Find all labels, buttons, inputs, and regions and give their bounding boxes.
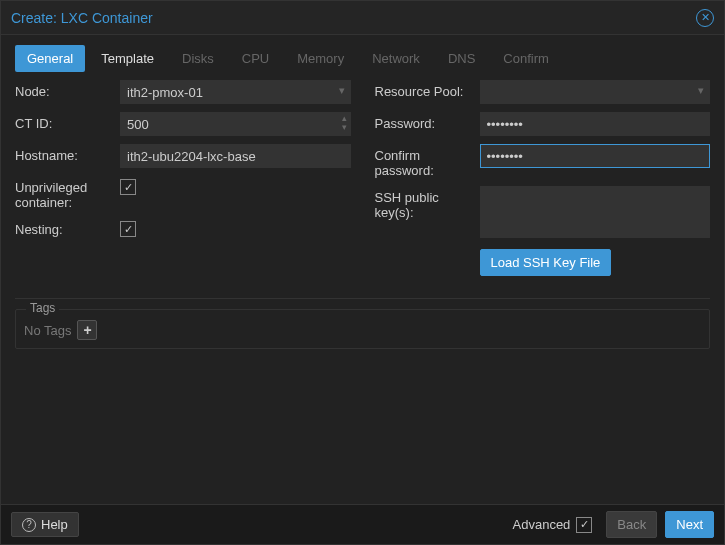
titlebar: Create: LXC Container ✕	[1, 1, 724, 35]
tab-confirm: Confirm	[491, 45, 561, 72]
field-ssh-keys: SSH public key(s):	[375, 186, 711, 241]
dialog-footer: ? Help Advanced ✓ Back Next	[1, 504, 724, 544]
tab-template[interactable]: Template	[89, 45, 166, 72]
tab-dns: DNS	[436, 45, 487, 72]
hostname-label: Hostname:	[15, 144, 120, 163]
tab-strip: General Template Disks CPU Memory Networ…	[1, 35, 724, 80]
help-button[interactable]: ? Help	[11, 512, 79, 537]
node-select[interactable]	[120, 80, 351, 104]
tags-body: No Tags +	[24, 320, 701, 340]
load-ssh-key-button[interactable]: Load SSH Key File	[480, 249, 612, 276]
field-load-ssh: Load SSH Key File	[375, 249, 711, 276]
dialog-window: Create: LXC Container ✕ General Template…	[0, 0, 725, 545]
node-label: Node:	[15, 80, 120, 99]
field-confirm-password: Confirm password:	[375, 144, 711, 178]
unprivileged-checkbox[interactable]: ✓	[120, 179, 136, 195]
advanced-checkbox[interactable]: ✓	[576, 517, 592, 533]
nesting-checkbox[interactable]: ✓	[120, 221, 136, 237]
password-input[interactable]	[480, 112, 711, 136]
right-column: Resource Pool: ▾ Password: Con	[375, 80, 711, 284]
tab-memory: Memory	[285, 45, 356, 72]
form-columns: Node: ▾ CT ID: ▴▾	[15, 80, 710, 284]
help-label: Help	[41, 517, 68, 532]
tab-general[interactable]: General	[15, 45, 85, 72]
field-password: Password:	[375, 112, 711, 136]
nesting-label: Nesting:	[15, 218, 120, 237]
tags-fieldset: Tags No Tags +	[15, 309, 710, 349]
divider	[15, 298, 710, 299]
password-label: Password:	[375, 112, 480, 131]
back-button[interactable]: Back	[606, 511, 657, 538]
hostname-input[interactable]	[120, 144, 351, 168]
field-node: Node: ▾	[15, 80, 351, 104]
close-icon: ✕	[701, 11, 710, 24]
close-button[interactable]: ✕	[696, 9, 714, 27]
field-unprivileged: Unprivileged container: ✓	[15, 176, 351, 210]
ssh-keys-textarea[interactable]	[480, 186, 711, 238]
tab-cpu: CPU	[230, 45, 281, 72]
window-title: Create: LXC Container	[11, 10, 696, 26]
field-resource-pool: Resource Pool: ▾	[375, 80, 711, 104]
tags-legend: Tags	[26, 301, 59, 315]
resource-pool-label: Resource Pool:	[375, 80, 480, 99]
ctid-input[interactable]	[120, 112, 351, 136]
tab-network: Network	[360, 45, 432, 72]
ssh-keys-label: SSH public key(s):	[375, 186, 480, 220]
advanced-label: Advanced	[513, 517, 571, 532]
left-column: Node: ▾ CT ID: ▴▾	[15, 80, 351, 284]
unprivileged-label: Unprivileged container:	[15, 176, 120, 210]
field-nesting: Nesting: ✓	[15, 218, 351, 242]
tab-disks: Disks	[170, 45, 226, 72]
advanced-toggle[interactable]: Advanced ✓	[513, 517, 593, 533]
add-tag-button[interactable]: +	[77, 320, 97, 340]
ctid-label: CT ID:	[15, 112, 120, 131]
plus-icon: +	[83, 322, 91, 338]
field-ctid: CT ID: ▴▾	[15, 112, 351, 136]
tags-empty-label: No Tags	[24, 323, 71, 338]
dialog-body: Node: ▾ CT ID: ▴▾	[1, 80, 724, 504]
confirm-password-input[interactable]	[480, 144, 711, 168]
resource-pool-select[interactable]	[480, 80, 711, 104]
next-button[interactable]: Next	[665, 511, 714, 538]
confirm-password-label: Confirm password:	[375, 144, 480, 178]
help-icon: ?	[22, 518, 36, 532]
field-hostname: Hostname:	[15, 144, 351, 168]
